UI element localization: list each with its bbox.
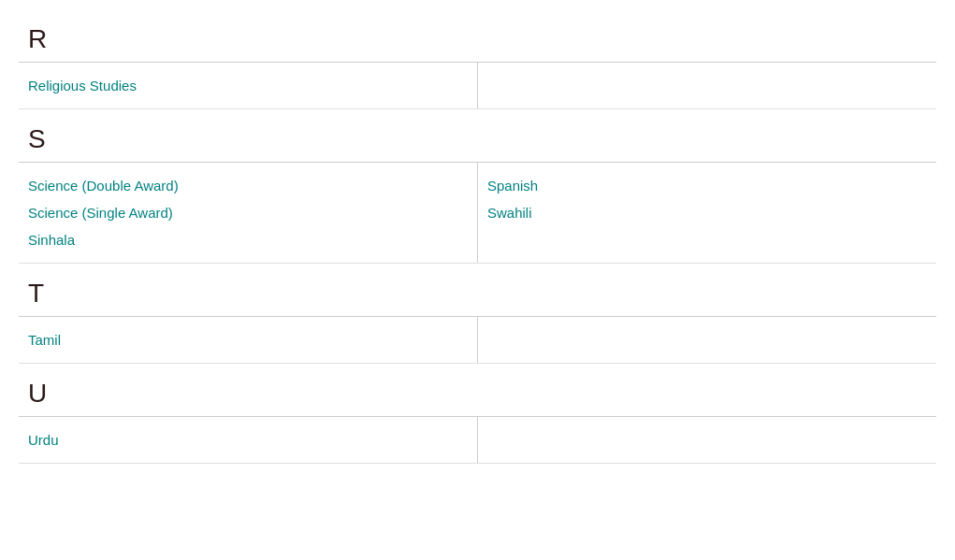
items-col-right xyxy=(478,63,936,108)
subject-link-sinhala[interactable]: Sinhala xyxy=(28,226,468,253)
items-col-left: Science (Double Award)Science (Single Aw… xyxy=(19,163,478,263)
items-col-right xyxy=(478,417,936,463)
items-row-s: Science (Double Award)Science (Single Aw… xyxy=(19,163,936,264)
items-row-u: Urdu xyxy=(19,417,936,464)
section-letter-u: U xyxy=(19,364,936,416)
subject-link-science-(double-award)[interactable]: Science (Double Award) xyxy=(28,172,468,199)
items-col-left: Religious Studies xyxy=(19,63,478,108)
section-letter-s: S xyxy=(19,109,936,162)
items-col-left: Urdu xyxy=(19,417,478,463)
subject-link-religious-studies[interactable]: Religious Studies xyxy=(28,72,468,99)
subject-link-spanish[interactable]: Spanish xyxy=(487,172,927,199)
subject-link-tamil[interactable]: Tamil xyxy=(28,326,468,353)
subject-link-urdu[interactable]: Urdu xyxy=(28,426,468,453)
items-col-left: Tamil xyxy=(19,317,478,363)
section-letter-r: R xyxy=(19,9,936,62)
items-col-right xyxy=(478,317,936,363)
subject-link-swahili[interactable]: Swahili xyxy=(487,199,927,226)
items-row-r: Religious Studies xyxy=(19,63,936,109)
items-col-right: SpanishSwahili xyxy=(478,163,936,263)
section-letter-t: T xyxy=(19,264,936,316)
page-container: RReligious StudiesSScience (Double Award… xyxy=(0,0,955,473)
items-row-t: Tamil xyxy=(19,317,936,364)
subject-link-science-(single-award)[interactable]: Science (Single Award) xyxy=(28,199,468,226)
